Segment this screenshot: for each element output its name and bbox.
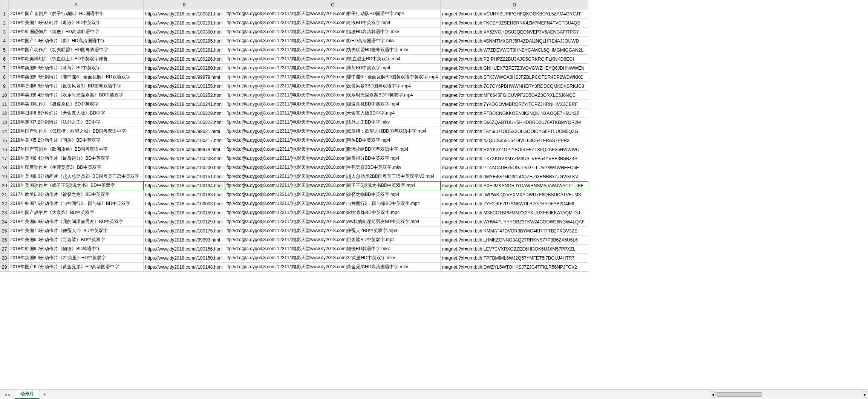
cell[interactable]: magnet:?xt=urn:btih:PT4AO4DH75OGJPVD7LLU…: [441, 163, 588, 172]
cell[interactable]: https://www.dy2018.com/i/100150.html: [144, 254, 225, 263]
cell[interactable]: magnet:?xt=urn:btih:ZYF2JKF7P7SN6WULBZG7…: [441, 199, 588, 208]
cell[interactable]: https://www.dy2018.com/i/100148.html: [144, 263, 225, 272]
col-header-D[interactable]: D: [441, 0, 588, 9]
cell[interactable]: magnet:?xt=urn:btih:PBIPHPZ22BU3AJO5GRKR…: [441, 55, 588, 64]
row-header[interactable]: 1: [0, 9, 9, 18]
tab-nav-prev-icon[interactable]: ◂: [5, 392, 7, 397]
cell[interactable]: 2018年美国6.8分动作片《我的间谍前男友》BD中英双字: [9, 217, 144, 226]
cell[interactable]: https://www.dy2018.com/i/100295.html: [144, 37, 225, 46]
cell[interactable]: ftp://d:d@a.dygodj8.com:12311/[电影天堂www.d…: [225, 226, 441, 235]
cell[interactable]: 2018年国产喜剧片《胖子行动队》HD国语中字: [9, 9, 144, 18]
cell[interactable]: ftp://d:d@a.dygodj8.com:12311/[电影天堂www.d…: [225, 64, 441, 73]
cell[interactable]: https://www.dy2018.com/i/99979.html: [144, 73, 225, 82]
row-header[interactable]: 16: [0, 145, 9, 154]
cell[interactable]: ftp://d:d@a.dygodj8.com:12311/[电影天堂www.d…: [225, 208, 441, 217]
cell[interactable]: https://www.dy2018.com/i/99621.html: [144, 127, 225, 136]
cell[interactable]: ftp://d:d@a.dygodj8.com:12311/[电影天堂www.d…: [225, 46, 441, 55]
cell[interactable]: ftp://d:d@a.dygodj8.com:12311/[电影天堂www.d…: [225, 199, 441, 208]
col-header-B[interactable]: B: [144, 0, 225, 9]
row-header[interactable]: 26: [0, 235, 9, 245]
cell[interactable]: https://www.dy2018.com/i/100151.html: [144, 172, 225, 181]
cell[interactable]: ftp://d:d@a.dygodj8.com:12311/[电影天堂www.d…: [225, 163, 441, 172]
row-header[interactable]: 10: [0, 91, 9, 100]
cell[interactable]: magnet:?xt=urn:btih:LHMKZGNNG3AQ2TRRKNS7…: [441, 235, 588, 245]
cell[interactable]: magnet:?xt=urn:btih:TKCEY3ZSEHSRNK4ZM7ME…: [441, 18, 588, 28]
cell[interactable]: 2018年国产动作片《低压槽：欲望之城》BD国粤双语中字: [9, 127, 144, 136]
cell[interactable]: https://www.dy2018.com/i/100183.html: [144, 190, 225, 199]
cell[interactable]: magnet:?xt=urn:btih:4SNMTMXGRJ5R4ZDAI2NQ…: [441, 37, 588, 46]
cell[interactable]: ftp://d:d@a.dygodj8.com:12311/[电影天堂www.d…: [225, 9, 441, 18]
cell[interactable]: https://www.dy2018.com/i/100260.html: [144, 64, 225, 73]
cell[interactable]: ftp://d:d@a.dygodj8.com:12311/[电影天堂www.d…: [225, 254, 441, 263]
cell[interactable]: 2018年英国6.6分动作片《22英里》HD中英双字: [9, 254, 144, 263]
cell[interactable]: 2017年欧美6.2分动作片《被窃之物》BD中英双字: [9, 190, 144, 199]
tab-nav-buttons[interactable]: ◂ ▸: [0, 390, 15, 399]
cell[interactable]: magnet:?xt=urn:btih:7G7CY6PBHWWNHERY3RDD…: [441, 82, 588, 91]
sheet-tab-active[interactable]: 动作片: [15, 390, 40, 399]
row-header[interactable]: 3: [0, 28, 9, 37]
cell[interactable]: https://www.dy2018.com/i/100321.html: [144, 9, 225, 18]
cell[interactable]: ftp://d:d@a.dygodj8.com:12311/[电影天堂www.d…: [225, 100, 441, 109]
scroll-right-button[interactable]: ▸: [862, 391, 868, 397]
cell[interactable]: https://www.dy2018.com/i/100175.html: [144, 226, 225, 235]
cell[interactable]: 2018年国产动作片《功夫联盟》HD国粤双语中字: [9, 46, 144, 55]
cell[interactable]: 2018年香港6.6分动作片《反贪风暴3》BD国粤双语中字: [9, 82, 144, 91]
cell[interactable]: ftp://d:d@a.dygodj8.com:12311/[电影天堂www.d…: [225, 145, 441, 154]
cell[interactable]: magnet:?xt=urn:btih:VCUHYSURIPGHFQKOGKBO…: [441, 9, 588, 18]
cell[interactable]: 2018年美国7.0分动作片《伸冤人2》BD中英双字: [9, 226, 144, 235]
row-header[interactable]: 25: [0, 226, 9, 235]
row-header[interactable]: 11: [0, 100, 9, 109]
cell[interactable]: magnet:?xt=urn:btih:IWPWKIQ2VEXMXADWU7E6…: [441, 190, 588, 199]
cell[interactable]: 2018年美国动作片《蝎子王5灵魂之书》BD中英双字: [9, 181, 144, 190]
row-header[interactable]: 4: [0, 37, 9, 46]
cell[interactable]: https://www.dy2018.com/i/100200.html: [144, 163, 225, 172]
cell[interactable]: magnet:?xt=urn:btih:6MYE4G7MQ3C5CQZFJ63R…: [441, 172, 588, 181]
cell[interactable]: 2018年美国7.3分科幻片《毒液》BD中英双字: [9, 18, 144, 28]
cell[interactable]: https://www.dy2018.com/i/100194.html: [144, 181, 225, 190]
cell[interactable]: magnet:?xt=urn:btih:TX7XKGVXMYZM3USLVFB5…: [441, 154, 588, 163]
cell[interactable]: ftp://d:d@a.dygodj8.com:12311/[电影天堂www.d…: [225, 37, 441, 46]
cell[interactable]: https://www.dy2018.com/i/100226.html: [144, 55, 225, 64]
row-header[interactable]: 21: [0, 190, 9, 199]
row-header[interactable]: 6: [0, 55, 9, 64]
cell[interactable]: 2018年美国6.4分动作片《欢乐时光谋杀案》BD中英双字: [9, 91, 144, 100]
cell[interactable]: ftp://d:d@a.dygodj8.com:12311/[电影天堂www.d…: [225, 127, 441, 136]
row-header[interactable]: 29: [0, 263, 9, 272]
horizontal-scrollbar[interactable]: ◂ ▸: [710, 390, 868, 399]
cell[interactable]: ftp://d:d@a.dygodj8.com:12311/[电影天堂www.d…: [225, 18, 441, 28]
cell[interactable]: https://www.dy2018.com/i/100129.html: [144, 217, 225, 226]
cell[interactable]: https://www.dy2018.com/i/100222.html: [144, 118, 225, 127]
cell[interactable]: https://www.dy2018.com/i/100281.html: [144, 46, 225, 55]
cell[interactable]: ftp://d:d@a.dygodj8.com:12311/[电影天堂www.d…: [225, 28, 441, 37]
sheet-scroll-area[interactable]: A B C D 12018年国产喜剧片《胖子行动队》HD国语中字https://…: [0, 0, 868, 389]
cell[interactable]: magnet:?xt=urn:btih:WHW47UYYYOBZ3TKW24CG…: [441, 217, 588, 226]
tab-nav-next-icon[interactable]: ▸: [8, 392, 11, 397]
cell[interactable]: ftp://d:d@a.dygodj8.com:12311/[电影天堂www.d…: [225, 235, 441, 245]
row-header[interactable]: 15: [0, 136, 9, 145]
cell[interactable]: magnet:?xt=urn:btih:TPFBMIML6WJ2Q57YMFET…: [441, 254, 588, 263]
cell[interactable]: ftp://d:d@a.dygodj8.com:12311/[电影天堂www.d…: [225, 190, 441, 199]
row-header[interactable]: 17: [0, 154, 9, 163]
cell[interactable]: 2018年韩国7.6分动作片《与神同行2：因与缘》BD中英双字: [9, 199, 144, 208]
cell[interactable]: 2018年韩国恐怖片《猖獗》HD高清韩语中字: [9, 28, 144, 37]
row-header[interactable]: 5: [0, 46, 9, 55]
cell[interactable]: https://www.dy2018.com/i/100300.html: [144, 28, 225, 37]
cell[interactable]: 2018年国产战争片《大轰炸》BD中英双字: [9, 208, 144, 217]
cell[interactable]: ftp://d:d@a.dygodj8.com:12311/[电影天堂www.d…: [225, 91, 441, 100]
row-header[interactable]: 13: [0, 118, 9, 127]
cell[interactable]: 2018年日本6.6分科幻片《犬舍真人版》BD中字: [9, 109, 144, 118]
row-header[interactable]: 20: [0, 181, 9, 190]
row-header[interactable]: 2: [0, 18, 9, 28]
cell[interactable]: magnet:?xt=urn:btih:MF6645FGICUVPF2D5OAZ…: [441, 91, 588, 100]
cell[interactable]: https://www.dy2018.com/i/100291.html: [144, 18, 225, 28]
cell[interactable]: magnet:?xt=urn:btih:7Y4OGOVMBRDR7YITCPZJ…: [441, 100, 588, 109]
cell[interactable]: magnet:?xt=urn:btih:SFKJWWOA3HSJFZBLPCOF…: [441, 73, 588, 82]
row-header[interactable]: 8: [0, 73, 9, 82]
cell[interactable]: ftp://d:d@a.dygodj8.com:12311/[电影天堂www.d…: [225, 109, 441, 118]
cell[interactable]: 2018年国产7.4分动作片《影》HD高清国语中字: [9, 37, 144, 46]
cell[interactable]: magnet:?xt=urn:btih:SXEJMKSNORJYCAWHNSMS…: [441, 181, 588, 190]
row-header[interactable]: 9: [0, 82, 9, 91]
cell[interactable]: magnet:?xt=urn:btih:GNHUEX7BPE7Z3VOVGWZH…: [441, 64, 588, 73]
cell[interactable]: 2017年国产喜剧片《欧洲攻略》BD国粤双语中字: [9, 145, 144, 154]
row-header[interactable]: 7: [0, 64, 9, 73]
